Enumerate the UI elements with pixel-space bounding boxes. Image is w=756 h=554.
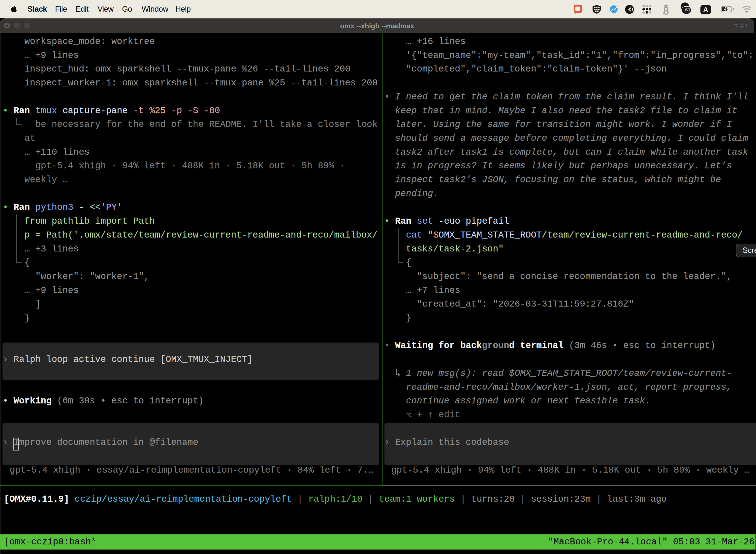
svg-text:1: 1 <box>745 23 748 28</box>
